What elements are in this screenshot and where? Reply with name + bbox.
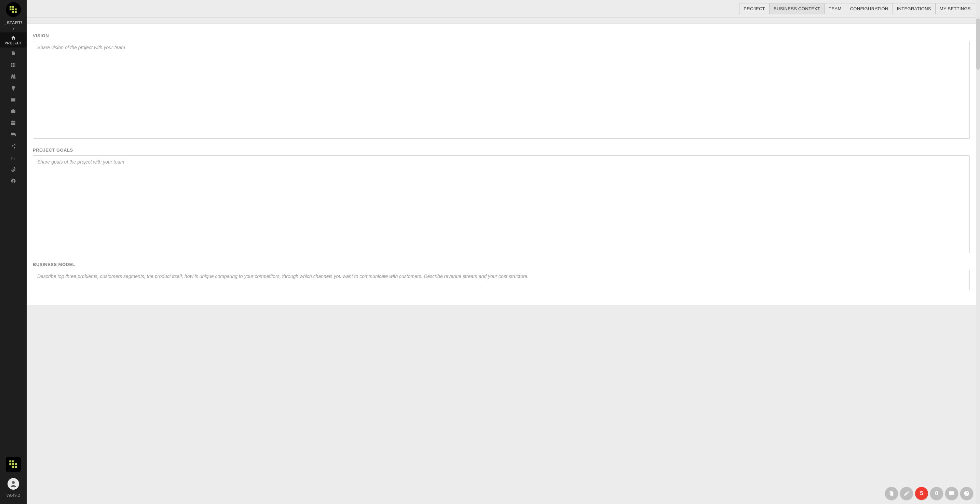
user-circle-icon [11, 178, 16, 184]
svg-rect-11 [15, 463, 17, 465]
briefcase-icon [11, 109, 16, 114]
home-icon [11, 35, 16, 41]
sub-bar [27, 18, 976, 24]
svg-rect-3 [12, 8, 14, 10]
lightbulb-icon [11, 86, 16, 91]
share-icon [11, 143, 16, 149]
fab-help[interactable] [960, 487, 973, 500]
sidebar-item-calendar[interactable] [0, 117, 27, 129]
tab-integrations[interactable]: INTEGRATIONS [892, 3, 935, 14]
avatar-icon [9, 480, 18, 488]
business-model-textarea[interactable] [33, 270, 970, 290]
fab-chat[interactable] [945, 487, 958, 500]
pencil-icon [904, 490, 910, 496]
copy-icon [888, 490, 894, 496]
svg-rect-2 [10, 8, 11, 10]
section-project-goals: PROJECT GOALS [33, 147, 970, 254]
sidebar-item-share[interactable] [0, 140, 27, 152]
project-goals-textarea[interactable] [33, 155, 970, 253]
sidebar-items: PROJECT [0, 32, 27, 187]
svg-rect-6 [15, 11, 16, 13]
sidebar-item-board[interactable] [0, 94, 27, 106]
svg-rect-1 [12, 6, 14, 8]
road-icon [11, 74, 16, 79]
floating-action-row: 5 0 [885, 487, 973, 500]
app-logo-wrap [0, 0, 27, 17]
section-business-model: BUSINESS MODEL [33, 262, 970, 292]
fab-edit[interactable] [900, 487, 913, 500]
svg-point-14 [12, 481, 15, 484]
sidebar-item-label: PROJECT [5, 41, 22, 45]
help-icon [964, 490, 970, 496]
sidebar-item-road[interactable] [0, 71, 27, 82]
app-logo-icon[interactable] [6, 2, 21, 17]
version-label: v9.49.2 [0, 493, 27, 498]
sidebar-item-attachments[interactable] [0, 163, 27, 175]
content-scroll[interactable]: VISION PROJECT GOALS BUSINESS MODEL [27, 24, 976, 504]
grid-logo-small-icon [8, 460, 18, 469]
brand-logo-bottom[interactable] [0, 457, 27, 472]
sidebar: _START! ▾ PROJECT [0, 0, 27, 504]
chat-icon [948, 490, 955, 496]
svg-rect-10 [12, 463, 14, 465]
comments-icon [11, 132, 16, 137]
sidebar-item-modules[interactable] [0, 59, 27, 71]
svg-rect-0 [10, 6, 11, 8]
paperclip-icon [11, 166, 16, 172]
svg-rect-5 [12, 11, 14, 13]
grid-icon [11, 62, 16, 68]
bar-chart-icon [11, 155, 16, 160]
svg-rect-13 [15, 466, 17, 468]
sidebar-item-account[interactable] [0, 175, 27, 187]
tab-project[interactable]: PROJECT [739, 3, 770, 14]
chevron-down-icon[interactable]: ▾ [0, 27, 27, 30]
content: VISION PROJECT GOALS BUSINESS MODEL [27, 24, 976, 305]
top-tabs: PROJECT BUSINESS CONTEXT TEAM CONFIGURAT… [739, 3, 975, 14]
calendar-icon [11, 120, 16, 126]
tab-my-settings[interactable]: MY SETTINGS [935, 3, 975, 14]
svg-rect-7 [9, 460, 11, 462]
sidebar-item-ideas[interactable] [0, 82, 27, 94]
right-scrollbar-thumb[interactable] [976, 19, 980, 70]
tab-business-context[interactable]: BUSINESS CONTEXT [769, 3, 824, 14]
board-icon [11, 97, 16, 103]
right-scrollbar[interactable] [976, 0, 980, 504]
svg-rect-12 [12, 466, 14, 468]
svg-rect-9 [9, 463, 11, 465]
fab-counter[interactable]: 0 [930, 487, 943, 500]
sidebar-item-reports[interactable] [0, 152, 27, 163]
tab-team[interactable]: TEAM [824, 3, 846, 14]
fab-notifications[interactable]: 5 [915, 487, 928, 500]
section-vision-label: VISION [33, 33, 970, 38]
sidebar-item-comments[interactable] [0, 129, 27, 140]
basket-icon [11, 51, 16, 56]
vision-textarea[interactable] [33, 41, 970, 139]
sidebar-item-basket[interactable] [0, 48, 27, 59]
section-business-model-label: BUSINESS MODEL [33, 262, 970, 267]
main-area: PROJECT BUSINESS CONTEXT TEAM CONFIGURAT… [27, 0, 980, 504]
section-vision: VISION [33, 33, 970, 140]
top-bar: PROJECT BUSINESS CONTEXT TEAM CONFIGURAT… [27, 0, 980, 18]
section-project-goals-label: PROJECT GOALS [33, 147, 970, 153]
grid-logo-icon [9, 5, 18, 14]
sidebar-project-title[interactable]: _START! [0, 21, 27, 25]
svg-rect-8 [12, 460, 14, 462]
user-avatar[interactable] [0, 478, 27, 490]
sidebar-item-briefcase[interactable] [0, 106, 27, 117]
tab-configuration[interactable]: CONFIGURATION [846, 3, 893, 14]
fab-copy[interactable] [885, 487, 898, 500]
sidebar-item-project[interactable]: PROJECT [0, 32, 27, 48]
svg-rect-4 [15, 8, 16, 10]
